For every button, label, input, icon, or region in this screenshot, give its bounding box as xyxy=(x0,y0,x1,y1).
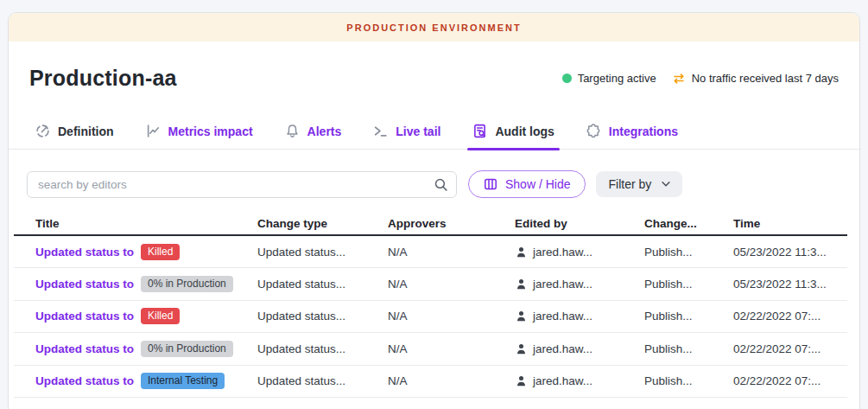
status-badge: 0% in Production xyxy=(141,276,233,292)
status-badge: Killed xyxy=(141,244,180,260)
traffic-status: No traffic received last 7 days xyxy=(672,72,839,86)
status-badge: Killed xyxy=(141,308,180,324)
experiment-panel: PRODUCTION ENVIRONMENT Production-aa Tar… xyxy=(8,12,860,409)
change-cell: Publish... xyxy=(644,342,733,355)
edited-by-cell: jared.haw... xyxy=(515,278,644,291)
edited-by-cell: jared.haw... xyxy=(515,246,644,259)
audit-log-table: Title Change type Approvers Edited by Ch… xyxy=(14,212,847,398)
approvers-cell: N/A xyxy=(388,278,515,291)
filter-by-button[interactable]: Filter by xyxy=(596,171,682,197)
change-type-cell: Updated status... xyxy=(257,310,388,323)
tab-bar: Definition Metrics impact Alerts Live ta… xyxy=(9,113,859,150)
table-row: Updated status to 0% in Production Updat… xyxy=(14,333,847,365)
col-title: Title xyxy=(35,217,257,230)
status-badge: 0% in Production xyxy=(141,341,233,357)
row-title-link[interactable]: Updated status to xyxy=(35,342,134,355)
person-icon xyxy=(515,342,528,355)
tab-metrics-impact[interactable]: Metrics impact xyxy=(146,113,253,150)
row-title-link[interactable]: Updated status to xyxy=(35,278,134,291)
time-cell: 02/22/2022 07:... xyxy=(733,310,847,323)
row-title-link[interactable]: Updated status to xyxy=(35,246,134,259)
table-body: Updated status to Killed Updated status.… xyxy=(14,236,847,398)
swap-arrows-icon xyxy=(672,72,686,86)
show-hide-button[interactable]: Show / Hide xyxy=(468,170,586,198)
edited-by-text: jared.haw... xyxy=(533,342,592,355)
person-icon xyxy=(515,278,528,291)
table-row: Updated status to Internal Testing Updat… xyxy=(14,366,847,398)
person-icon xyxy=(515,310,528,323)
table-row: Updated status to 0% in Production Updat… xyxy=(14,268,847,300)
col-time: Time xyxy=(733,217,847,230)
search-icon xyxy=(434,177,448,192)
puzzle-icon xyxy=(586,124,601,138)
toolbar: Show / Hide Filter by xyxy=(9,170,859,198)
title-cell: Updated status to Killed xyxy=(35,308,257,324)
status-group: Targeting active No traffic received las… xyxy=(562,72,839,86)
environment-banner: PRODUCTION ENVIRONMENT xyxy=(9,13,859,42)
row-title-link[interactable]: Updated status to xyxy=(35,374,134,387)
col-approvers: Approvers xyxy=(388,217,515,230)
edited-by-text: jared.haw... xyxy=(533,310,592,323)
change-cell: Publish... xyxy=(644,374,733,387)
change-type-cell: Updated status... xyxy=(257,342,388,355)
tab-audit-logs[interactable]: Audit logs xyxy=(472,113,554,150)
terminal-icon xyxy=(373,124,388,138)
tab-definition[interactable]: Definition xyxy=(35,113,114,150)
time-cell: 05/23/2022 11:3... xyxy=(733,278,847,291)
environment-banner-label: PRODUCTION ENVIRONMENT xyxy=(346,22,521,33)
audit-log-icon xyxy=(472,124,487,138)
table-row: Updated status to Killed Updated status.… xyxy=(14,236,847,268)
definition-icon xyxy=(35,124,50,138)
change-type-cell: Updated status... xyxy=(257,246,388,259)
edited-by-text: jared.haw... xyxy=(533,374,592,387)
chevron-down-icon xyxy=(660,178,672,190)
search-wrap xyxy=(27,171,457,198)
edited-by-cell: jared.haw... xyxy=(515,310,644,323)
edited-by-text: jared.haw... xyxy=(533,278,592,291)
columns-icon xyxy=(484,177,497,191)
edited-by-cell: jared.haw... xyxy=(515,342,644,355)
person-icon xyxy=(515,374,528,387)
approvers-cell: N/A xyxy=(388,374,515,387)
approvers-cell: N/A xyxy=(388,310,515,323)
edited-by-cell: jared.haw... xyxy=(515,374,644,387)
change-cell: Publish... xyxy=(644,278,733,291)
tab-live-tail[interactable]: Live tail xyxy=(373,113,440,150)
bell-icon xyxy=(285,124,300,138)
approvers-cell: N/A xyxy=(388,342,515,355)
traffic-status-label: No traffic received last 7 days xyxy=(692,72,839,85)
approvers-cell: N/A xyxy=(388,246,515,259)
tab-alerts[interactable]: Alerts xyxy=(285,113,342,150)
change-cell: Publish... xyxy=(644,246,733,259)
time-cell: 02/22/2022 07:... xyxy=(733,374,847,387)
row-title-link[interactable]: Updated status to xyxy=(35,310,134,323)
table-header: Title Change type Approvers Edited by Ch… xyxy=(14,212,847,236)
col-edited-by: Edited by xyxy=(515,217,644,230)
person-icon xyxy=(515,246,528,259)
title-cell: Updated status to Killed xyxy=(35,244,257,260)
page-header: Production-aa Targeting active No traffi… xyxy=(9,42,859,91)
time-cell: 05/23/2022 11:3... xyxy=(733,246,847,259)
table-row: Updated status to Killed Updated status.… xyxy=(14,301,847,333)
green-dot-icon xyxy=(562,73,572,83)
col-change-type: Change type xyxy=(257,217,388,230)
status-badge: Internal Testing xyxy=(141,373,225,389)
change-cell: Publish... xyxy=(644,310,733,323)
targeting-status-label: Targeting active xyxy=(578,72,656,85)
title-cell: Updated status to 0% in Production xyxy=(35,341,257,357)
time-cell: 02/22/2022 07:... xyxy=(733,342,847,355)
title-cell: Updated status to Internal Testing xyxy=(35,373,257,389)
change-type-cell: Updated status... xyxy=(257,374,388,387)
change-type-cell: Updated status... xyxy=(257,278,388,291)
search-input[interactable] xyxy=(27,171,457,198)
page-title: Production-aa xyxy=(29,66,177,91)
title-cell: Updated status to 0% in Production xyxy=(35,276,257,292)
col-change: Change... xyxy=(644,217,733,230)
tab-integrations[interactable]: Integrations xyxy=(586,113,678,150)
metrics-chart-icon xyxy=(146,124,161,138)
targeting-status: Targeting active xyxy=(562,72,656,85)
edited-by-text: jared.haw... xyxy=(533,246,592,259)
